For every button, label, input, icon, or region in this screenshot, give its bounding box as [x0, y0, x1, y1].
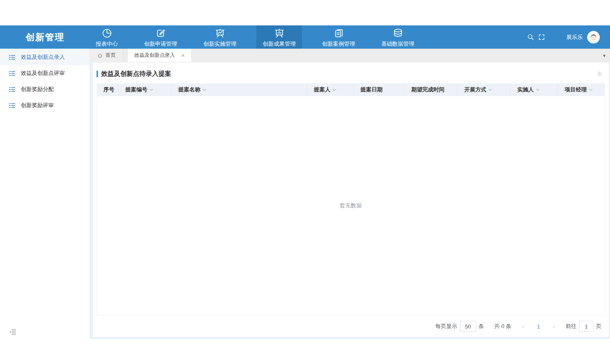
presentation-bar-chart-icon: [274, 28, 285, 39]
top-header: 创新管理 报表中心 创新申请管理: [0, 25, 610, 49]
nav-item-innovation-application[interactable]: 创新申请管理: [138, 25, 183, 49]
empty-state-text: 暂无数据: [340, 202, 362, 210]
close-icon[interactable]: ×: [181, 52, 185, 58]
nav-label: 创新案例管理: [322, 40, 355, 48]
column-header-method: 开展方式: [458, 83, 510, 96]
nav-label: 创新实施管理: [203, 40, 236, 48]
sidebar-item-reward-review[interactable]: 创新奖励评审: [0, 97, 90, 113]
column-header-project-manager: 项目经理: [558, 83, 605, 96]
goto-page-input[interactable]: [579, 321, 593, 332]
column-header-implementer: 实施人: [510, 83, 558, 96]
sidebar-item-label: 创新奖励分配: [21, 85, 54, 93]
sidebar-item-benefit-review[interactable]: 效益及创新点评审: [0, 65, 90, 81]
tab-label: 效益及创新点录入: [134, 52, 175, 59]
sidebar-item-reward-allocation[interactable]: 创新奖励分配: [0, 81, 90, 97]
next-page-icon[interactable]: ›: [553, 323, 555, 330]
gear-icon[interactable]: [596, 71, 603, 77]
page-title: 效益及创新点待录入提案: [101, 70, 171, 78]
column-header-proposal-name: 提案名称: [172, 83, 307, 96]
chevron-down-icon[interactable]: [150, 88, 153, 91]
list-icon: [9, 71, 15, 76]
list-icon: [9, 87, 15, 92]
sidebar-item-benefit-entry[interactable]: 效益及创新点录入: [0, 49, 90, 65]
chevron-down-icon[interactable]: [488, 88, 492, 91]
sidebar-item-label: 效益及创新点录入: [21, 53, 65, 61]
user-name[interactable]: 展乐乐: [566, 33, 583, 41]
nav-item-innovation-results[interactable]: 创新成果管理: [256, 25, 302, 49]
per-page-input[interactable]: [460, 321, 476, 332]
prev-page-icon[interactable]: ‹: [522, 323, 524, 330]
avatar[interactable]: [587, 31, 600, 44]
tab-home-label: 首页: [105, 52, 116, 59]
nav-label: 创新申请管理: [144, 40, 177, 48]
column-header-index: 序号: [97, 83, 119, 96]
search-icon[interactable]: [527, 33, 534, 41]
column-header-proposal-no: 提案编号: [119, 83, 172, 96]
pagination: 每页显示 条 共 0 条 ‹ 1 › 前往 页: [93, 316, 609, 337]
chevron-down-icon[interactable]: [589, 88, 593, 91]
list-icon: [9, 55, 15, 60]
edit-icon: [155, 28, 166, 39]
title-accent-bar: [97, 71, 98, 77]
page-number[interactable]: 1: [537, 323, 540, 330]
nav-item-innovation-implementation[interactable]: 创新实施管理: [197, 25, 243, 49]
goto-label: 前往: [566, 323, 577, 330]
title-row: 效益及创新点待录入提案: [93, 63, 609, 83]
chevron-down-icon[interactable]: [536, 88, 540, 91]
presentation-line-chart-icon: [215, 28, 225, 39]
sidebar-collapse-icon[interactable]: [9, 328, 16, 335]
column-header-proposal-date: 提案日期: [354, 83, 405, 96]
app-body: 效益及创新点录入 效益及创新点评审 创新奖励分配: [0, 49, 610, 339]
per-page-unit: 条: [479, 323, 484, 330]
documents-icon: [333, 28, 344, 39]
sidebar: 效益及创新点录入 效益及创新点评审 创新奖励分配: [0, 49, 90, 339]
per-page-label: 每页显示: [435, 323, 458, 330]
nav-item-innovation-cases[interactable]: 创新案例管理: [316, 25, 361, 49]
nav-label: 创新成果管理: [263, 40, 296, 48]
app-window: 创新管理 报表中心 创新申请管理: [0, 25, 610, 339]
column-header-expected-completion: 期望完成时间: [405, 83, 458, 96]
tab-overflow-caret-icon[interactable]: ▼: [602, 54, 606, 58]
total-count: 共 0 条: [494, 323, 511, 330]
goto-unit: 页: [596, 323, 602, 330]
primary-nav: 报表中心 创新申请管理 创新实施管理: [89, 25, 421, 49]
nav-label: 基础数据管理: [381, 40, 414, 48]
database-icon: [393, 28, 403, 39]
tab-home[interactable]: 首页: [90, 49, 123, 62]
fullscreen-icon[interactable]: [538, 33, 545, 41]
proposals-table: 序号 提案编号 提案名称: [97, 83, 605, 316]
tab-bar: 首页 效益及创新点录入 × ▼: [90, 49, 610, 62]
home-icon: [97, 53, 103, 58]
nav-label: 报表中心: [96, 40, 118, 48]
sidebar-item-label: 创新奖励评审: [21, 102, 54, 109]
chevron-down-icon[interactable]: [333, 88, 336, 91]
column-header-proposer: 提案人: [307, 83, 354, 96]
app-logo: 创新管理: [0, 25, 90, 49]
chevron-down-icon[interactable]: [202, 88, 206, 91]
main-area: 首页 效益及创新点录入 × ▼ 效益及创新点待录入提案: [90, 49, 610, 339]
sidebar-item-label: 效益及创新点评审: [21, 69, 65, 77]
pie-chart-icon: [102, 28, 112, 39]
header-right-tools: 展乐乐: [527, 25, 610, 49]
nav-item-base-data[interactable]: 基础数据管理: [375, 25, 421, 49]
tab-benefit-entry[interactable]: 效益及创新点录入 ×: [128, 49, 191, 62]
list-icon: [9, 103, 15, 108]
nav-item-report-center[interactable]: 报表中心: [89, 25, 124, 49]
table-body: 暂无数据: [97, 96, 605, 316]
content-card: 效益及创新点待录入提案 序号 提案编号: [93, 63, 609, 337]
table-header-row: 序号 提案编号 提案名称: [97, 83, 605, 96]
